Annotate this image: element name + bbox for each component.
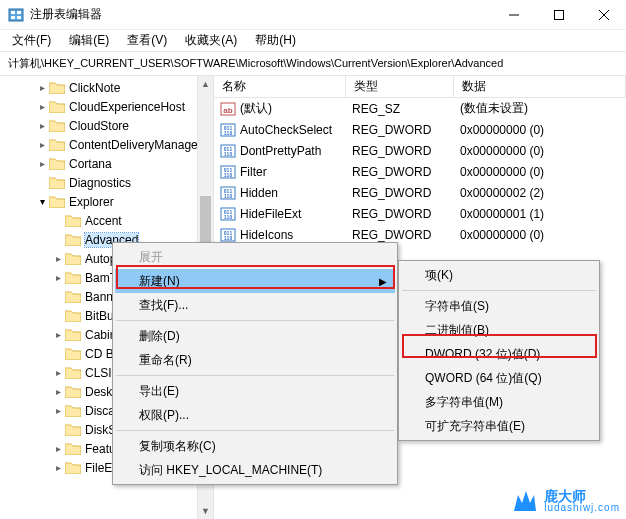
ctx-new[interactable]: 新建(N) ▶ (115, 269, 395, 293)
ctx-new-qword[interactable]: QWORD (64 位)值(Q) (401, 366, 597, 390)
tree-label: Cortana (69, 157, 112, 171)
value-name: HideIcons (240, 228, 293, 242)
tree-caret-icon[interactable]: ▸ (36, 139, 48, 150)
tree-node[interactable]: ▸ClickNote (0, 78, 213, 97)
tree-caret-icon[interactable]: ▸ (36, 82, 48, 93)
folder-icon (65, 404, 81, 417)
ctx-new-multistring[interactable]: 多字符串值(M) (401, 390, 597, 414)
folder-icon (49, 176, 65, 189)
ctx-new-key[interactable]: 项(K) (401, 263, 597, 287)
table-row[interactable]: 011110HideFileExtREG_DWORD0x00000001 (1) (214, 203, 626, 224)
svg-text:110: 110 (224, 214, 233, 220)
submenu-arrow-icon: ▶ (379, 276, 387, 287)
svg-text:110: 110 (224, 193, 233, 199)
tree-node[interactable]: ▸CloudExperienceHost (0, 97, 213, 116)
value-name: Filter (240, 165, 267, 179)
watermark-logo: 鹿大师 ludashiwj.com (508, 485, 620, 517)
value-icon: 011110 (220, 164, 236, 180)
tree-caret-icon[interactable]: ▸ (52, 253, 64, 264)
tree-node[interactable]: Diagnostics (0, 173, 213, 192)
value-name: HideFileExt (240, 207, 301, 221)
tree-caret-icon[interactable]: ▾ (36, 196, 48, 207)
svg-rect-2 (17, 11, 21, 14)
ctx-goto-hklm[interactable]: 访问 HKEY_LOCAL_MACHINE(T) (115, 458, 395, 482)
tree-caret-icon[interactable]: ▸ (52, 329, 64, 340)
context-submenu-new: 项(K) 字符串值(S) 二进制值(B) DWORD (32 位)值(D) QW… (398, 260, 600, 441)
value-type: REG_DWORD (346, 186, 454, 200)
menu-file[interactable]: 文件(F) (4, 30, 59, 51)
svg-rect-1 (11, 11, 15, 14)
tree-caret-icon[interactable]: ▸ (52, 386, 64, 397)
tree-node[interactable]: ▾Explorer (0, 192, 213, 211)
tree-caret-icon[interactable]: ▸ (52, 272, 64, 283)
table-row[interactable]: ab(默认)REG_SZ(数值未设置) (214, 98, 626, 119)
tree-caret-icon[interactable]: ▸ (52, 443, 64, 454)
value-data: 0x00000002 (2) (454, 186, 626, 200)
ctx-permissions[interactable]: 权限(P)... (115, 403, 395, 427)
ctx-new-dword[interactable]: DWORD (32 位)值(D) (401, 342, 597, 366)
folder-icon (65, 309, 81, 322)
ctx-export[interactable]: 导出(E) (115, 379, 395, 403)
ctx-new-label: 新建(N) (139, 273, 180, 290)
minimize-button[interactable] (491, 0, 536, 30)
folder-icon (49, 138, 65, 151)
tree-caret-icon[interactable]: ▸ (36, 101, 48, 112)
value-icon: ab (220, 101, 236, 117)
table-row[interactable]: 011110FilterREG_DWORD0x00000000 (0) (214, 161, 626, 182)
tree-caret-icon[interactable]: ▸ (52, 462, 64, 473)
value-icon: 011110 (220, 227, 236, 243)
folder-icon (49, 157, 65, 170)
ctx-delete[interactable]: 删除(D) (115, 324, 395, 348)
svg-text:110: 110 (224, 130, 233, 136)
col-name[interactable]: 名称 (214, 76, 346, 97)
address-bar[interactable]: 计算机\HKEY_CURRENT_USER\SOFTWARE\Microsoft… (0, 52, 626, 76)
tree-node[interactable]: ▸CloudStore (0, 116, 213, 135)
folder-icon (49, 195, 65, 208)
list-header: 名称 类型 数据 (214, 76, 626, 98)
svg-rect-0 (9, 9, 23, 21)
svg-rect-4 (17, 16, 21, 19)
table-row[interactable]: 011110AutoCheckSelectREG_DWORD0x00000000… (214, 119, 626, 140)
window-buttons (491, 0, 626, 30)
scroll-down-icon[interactable]: ▼ (198, 503, 213, 519)
table-row[interactable]: 011110DontPrettyPathREG_DWORD0x00000000 … (214, 140, 626, 161)
ctx-new-expandstring[interactable]: 可扩充字符串值(E) (401, 414, 597, 438)
svg-rect-6 (554, 10, 563, 19)
ctx-new-string[interactable]: 字符串值(S) (401, 294, 597, 318)
tree-node[interactable]: ▸ContentDeliveryManage (0, 135, 213, 154)
tree-node[interactable]: Accent (0, 211, 213, 230)
menu-help[interactable]: 帮助(H) (247, 30, 304, 51)
folder-icon (65, 347, 81, 360)
svg-text:110: 110 (224, 172, 233, 178)
folder-icon (65, 290, 81, 303)
svg-text:ab: ab (223, 106, 232, 115)
menu-edit[interactable]: 编辑(E) (61, 30, 117, 51)
folder-icon (65, 385, 81, 398)
ctx-expand[interactable]: 展开 (115, 245, 395, 269)
maximize-button[interactable] (536, 0, 581, 30)
table-row[interactable]: 011110HiddenREG_DWORD0x00000002 (2) (214, 182, 626, 203)
ctx-rename[interactable]: 重命名(R) (115, 348, 395, 372)
app-icon (8, 7, 24, 23)
close-button[interactable] (581, 0, 626, 30)
col-data[interactable]: 数据 (454, 76, 626, 97)
tree-caret-icon[interactable]: ▸ (52, 367, 64, 378)
tree-caret-icon[interactable]: ▸ (36, 120, 48, 131)
tree-caret-icon[interactable]: ▸ (52, 405, 64, 416)
context-menu: 展开 新建(N) ▶ 查找(F)... 删除(D) 重命名(R) 导出(E) 权… (112, 242, 398, 485)
ctx-copy-key-name[interactable]: 复制项名称(C) (115, 434, 395, 458)
titlebar: 注册表编辑器 (0, 0, 626, 30)
menu-view[interactable]: 查看(V) (119, 30, 175, 51)
value-name: (默认) (240, 100, 272, 117)
tree-node[interactable]: ▸Cortana (0, 154, 213, 173)
svg-text:110: 110 (224, 235, 233, 241)
ctx-new-binary[interactable]: 二进制值(B) (401, 318, 597, 342)
tree-label: Diagnostics (69, 176, 131, 190)
scroll-up-icon[interactable]: ▲ (198, 76, 213, 92)
ctx-find[interactable]: 查找(F)... (115, 293, 395, 317)
menu-favorites[interactable]: 收藏夹(A) (177, 30, 245, 51)
value-type: REG_DWORD (346, 228, 454, 242)
col-type[interactable]: 类型 (346, 76, 454, 97)
value-icon: 011110 (220, 143, 236, 159)
tree-caret-icon[interactable]: ▸ (36, 158, 48, 169)
